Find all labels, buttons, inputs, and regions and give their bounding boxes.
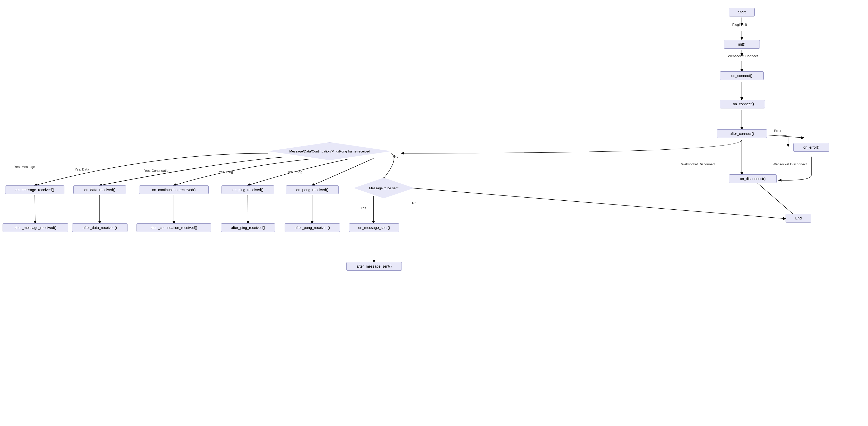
plugin-init-label: Plugin Init <box>732 23 747 27</box>
on-disconnect-node: on_disconnect() <box>729 174 777 183</box>
on-message-received-node: on_message_received() <box>5 185 64 194</box>
svg-line-8 <box>767 135 804 138</box>
websocket-connect-label: Websocket Connect <box>728 54 758 58</box>
after-connect-node: after_connect() <box>717 129 767 138</box>
yes-pong-label: Yes, Pong <box>287 170 302 174</box>
after-continuation-received-node: after_continuation_received() <box>136 223 211 232</box>
after-message-sent-node: after_message_sent() <box>346 262 402 271</box>
error-label: Error <box>774 129 781 133</box>
no-label: No <box>394 155 399 158</box>
after-message-received-node: after_message_received() <box>3 223 68 232</box>
_on-connect-node: _on_connect() <box>720 100 765 109</box>
yes-message-label: Yes, Message <box>14 165 35 169</box>
yes-label2: Yes <box>361 206 366 210</box>
websocket-disconnect2-label: Websocket Disconnect <box>773 162 807 166</box>
init-node: init() <box>724 40 760 49</box>
on-connect-node: on_connect() <box>720 71 764 80</box>
start-node: Start <box>729 8 755 17</box>
no-label2: No <box>412 201 416 205</box>
on-ping-received-node: on_ping_received() <box>221 185 274 194</box>
diagram-container: Start Plugin Init init() Websocket Conne… <box>0 0 868 426</box>
on-data-received-node: on_data_received() <box>73 185 126 194</box>
on-error-node: on_error() <box>793 143 829 152</box>
after-ping-received-node: after_ping_received() <box>221 223 275 232</box>
after-pong-received-node: after_pong_received() <box>285 223 340 232</box>
on-message-sent-node: on_message_sent() <box>349 223 399 232</box>
yes-data-label: Yes, Data <box>75 168 89 171</box>
after-data-received-node: after_data_received() <box>72 223 127 232</box>
yes-continuation-label: Yes, Continuation <box>144 169 170 173</box>
websocket-disconnect-label: Websocket Disconnect <box>681 162 715 166</box>
arrows-layer <box>0 0 868 426</box>
svg-line-10 <box>35 195 35 223</box>
yes-ping-label: Yes, Ping <box>219 170 233 174</box>
svg-line-13 <box>248 195 248 223</box>
message-to-be-sent-diamond: Message to be sent <box>350 178 417 198</box>
frame-received-diamond: Message/Data/Continuation/Ping/Pong fram… <box>263 142 397 160</box>
on-continuation-received-node: on_continuation_received() <box>139 185 209 194</box>
on-pong-received-node: on_pong_received() <box>286 185 339 194</box>
svg-line-9 <box>754 180 799 219</box>
end-node: End <box>785 214 811 222</box>
